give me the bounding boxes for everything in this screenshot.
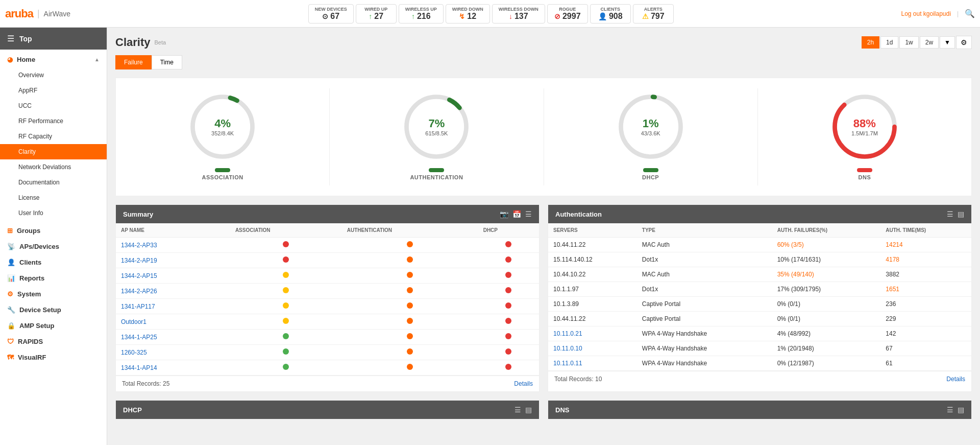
server-link[interactable]: 10.11.0.10 xyxy=(553,345,582,352)
time-btn-2h[interactable]: 2h xyxy=(862,36,879,49)
time-btn-1d[interactable]: 1d xyxy=(880,36,898,49)
stat-new-devices[interactable]: NEW DEVICES ⊙ 67 xyxy=(308,4,354,24)
ap-link[interactable]: 1344-1-AP25 xyxy=(121,334,157,341)
time-cell: 142 xyxy=(880,326,971,341)
settings-gear-icon[interactable]: ⚙ xyxy=(956,36,972,49)
sidebar-item-apprf[interactable]: AppRF xyxy=(0,83,107,98)
ap-name-cell[interactable]: 1344-2-AP19 xyxy=(116,253,230,268)
sidebar-item-home[interactable]: ◕ Home ▲ xyxy=(0,52,107,67)
ap-link[interactable]: 1344-2-AP19 xyxy=(121,257,157,264)
gauge-circle-dhcp: 1% 43/3.6K xyxy=(618,93,684,160)
time-cell: 229 xyxy=(880,312,971,326)
server-link[interactable]: 10.11.0.11 xyxy=(553,360,582,367)
tables-row: Summary 📷 📅 ☰ AP NAME ASSOCIATION AUTHEN… xyxy=(115,204,972,392)
camera-icon[interactable]: 📷 xyxy=(500,210,508,218)
ap-name-cell[interactable]: 1344-2-AP26 xyxy=(116,284,230,299)
summary-table-icons: 📷 📅 ☰ xyxy=(500,210,532,218)
sidebar-item-ucc[interactable]: UCC xyxy=(0,98,107,113)
failure-toggle-btn[interactable]: Failure xyxy=(115,55,152,69)
sidebar-item-visualrf[interactable]: 🗺 VisualRF xyxy=(0,349,107,365)
time-btn-2w[interactable]: 2w xyxy=(920,36,939,49)
stat-wireless-down[interactable]: WIRELESS DOWN ↓ 137 xyxy=(492,4,545,24)
auth-dot xyxy=(407,256,413,263)
dns-table-header: DNS ☰ ▤ xyxy=(548,401,971,419)
sidebar-item-aps-devices[interactable]: 📡 APs/Devices xyxy=(0,239,107,254)
type-cell: WPA 4-Way Handshake xyxy=(637,326,772,341)
calendar-icon[interactable]: 📅 xyxy=(512,210,521,218)
dns-table-list-icon[interactable]: ☰ xyxy=(947,406,953,414)
sidebar-item-user-info[interactable]: User Info xyxy=(0,205,107,221)
sidebar-item-reports[interactable]: 📊 Reports xyxy=(0,270,107,286)
sidebar-item-clients[interactable]: 👤 Clients xyxy=(0,254,107,270)
time-dropdown[interactable]: ▼ xyxy=(940,36,955,49)
time-btn-1w[interactable]: 1w xyxy=(899,36,918,49)
sidebar-top-bar[interactable]: ☰ Top xyxy=(0,28,107,50)
table-row: 15.114.140.12 Dot1x 10% (174/1631) 4178 xyxy=(548,252,971,267)
rapids-label: RAPIDS xyxy=(18,338,43,345)
ap-name-cell[interactable]: Outdoor1 xyxy=(116,314,230,330)
auth-details-link[interactable]: Details xyxy=(946,376,965,383)
sidebar-item-documentation[interactable]: Documentation xyxy=(0,175,107,190)
table-row: 1344-2-AP33 xyxy=(116,238,539,253)
gauge-dhcp: 1% 43/3.6K DHCP xyxy=(544,88,758,185)
dhcp-table-chart-icon[interactable]: ▤ xyxy=(525,406,532,414)
dns-table-chart-icon[interactable]: ▤ xyxy=(958,406,964,414)
sidebar-item-system[interactable]: ⚙ System xyxy=(0,286,107,302)
ap-name-cell[interactable]: 1344-1-AP14 xyxy=(116,360,230,376)
auth-list-icon[interactable]: ☰ xyxy=(947,210,953,218)
sidebar-item-device-setup[interactable]: 🔧 Device Setup xyxy=(0,302,107,318)
dhcp-table-list-icon[interactable]: ☰ xyxy=(514,406,521,414)
stat-icon-clients: 👤 xyxy=(598,12,607,20)
sidebar-item-rf-capacity[interactable]: RF Capacity xyxy=(0,129,107,144)
ap-link[interactable]: 1260-325 xyxy=(121,349,147,356)
dhcp-cell xyxy=(478,253,539,268)
logout-button[interactable]: Log out kgoilapudi xyxy=(901,10,950,17)
sidebar-item-rf-performance[interactable]: RF Performance xyxy=(0,113,107,129)
summary-details-link[interactable]: Details xyxy=(514,380,533,387)
ap-name-cell[interactable]: 1341-AP117 xyxy=(116,299,230,314)
sidebar-item-clarity[interactable]: Clarity xyxy=(0,144,107,159)
ap-link[interactable]: 1344-2-AP26 xyxy=(121,288,157,295)
ap-name-cell[interactable]: 1344-1-AP25 xyxy=(116,330,230,345)
ap-name-cell[interactable]: 1260-325 xyxy=(116,345,230,360)
dhcp-dot xyxy=(505,333,511,339)
failures-cell: 0% (12/1987) xyxy=(772,356,881,371)
time-cell: 4178 xyxy=(880,252,971,267)
ap-name-cell[interactable]: 1344-2-AP15 xyxy=(116,268,230,284)
stat-wired-down[interactable]: WIRED DOWN ↯ 12 xyxy=(446,4,490,24)
stat-wireless-up[interactable]: WIRELESS UP ↑ 216 xyxy=(399,4,444,24)
sidebar-item-license[interactable]: License xyxy=(0,190,107,205)
sidebar-item-amp-setup[interactable]: 🔒 AMP Setup xyxy=(0,318,107,334)
ap-link[interactable]: 1344-2-AP33 xyxy=(121,242,157,249)
aps-devices-label: APs/Devices xyxy=(19,243,59,250)
ap-link[interactable]: 1344-1-AP14 xyxy=(121,364,157,371)
reports-icon: 📊 xyxy=(7,274,15,282)
gauge-center-dhcp: 1% 43/3.6K xyxy=(641,117,660,136)
ap-name-cell[interactable]: 1344-2-AP33 xyxy=(116,238,230,253)
time-toggle-btn[interactable]: Time xyxy=(152,55,182,69)
server-cell: 10.44.10.22 xyxy=(548,267,637,282)
gauge-indicator-dhcp xyxy=(643,168,658,172)
hamburger-icon: ☰ xyxy=(7,34,14,43)
auth-chart-icon[interactable]: ▤ xyxy=(958,210,964,218)
sidebar-item-rapids[interactable]: 🛡 RAPIDS xyxy=(0,334,107,349)
stat-label-wired-down: WIRED DOWN xyxy=(452,7,483,12)
sidebar-item-groups[interactable]: ⊞ Groups xyxy=(0,223,107,239)
sidebar-item-overview[interactable]: Overview xyxy=(0,67,107,83)
stat-icon-alerts: ⚠ xyxy=(642,12,649,20)
stat-label-alerts: ALERTS xyxy=(644,7,663,12)
stat-rogue[interactable]: ROGUE ⊘ 2997 xyxy=(547,4,588,24)
ap-link[interactable]: Outdoor1 xyxy=(121,318,146,325)
menu-icon[interactable]: ☰ xyxy=(525,210,532,218)
search-icon[interactable]: 🔍 xyxy=(965,9,975,18)
stat-alerts[interactable]: ALERTS ⚠ 797 xyxy=(633,4,674,24)
auth-cell xyxy=(342,330,478,345)
type-cell: Dot1x xyxy=(637,252,772,267)
ap-link[interactable]: 1341-AP117 xyxy=(121,303,155,310)
server-link[interactable]: 10.11.0.21 xyxy=(553,330,582,337)
stat-clients[interactable]: CLIENTS 👤 908 xyxy=(590,4,631,24)
stat-wired-up[interactable]: WIRED UP ↑ 27 xyxy=(356,4,397,24)
ap-link[interactable]: 1344-2-AP15 xyxy=(121,272,157,279)
sidebar-item-network-deviations[interactable]: Network Deviations xyxy=(0,159,107,175)
type-cell: Dot1x xyxy=(637,282,772,297)
